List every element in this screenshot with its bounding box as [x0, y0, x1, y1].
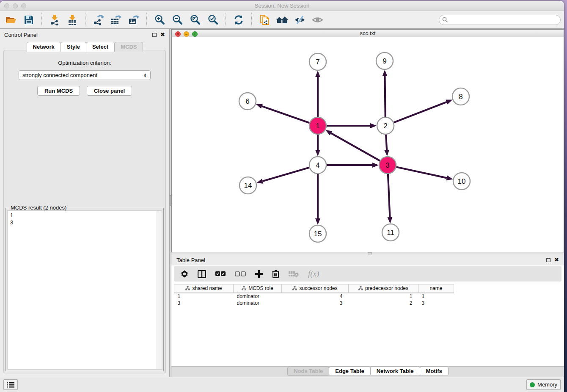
save-session-icon[interactable]: [21, 13, 36, 27]
export-table-icon[interactable]: [108, 13, 124, 27]
table-cell[interactable]: 3: [418, 300, 454, 306]
share-network-icon[interactable]: [257, 13, 272, 27]
table-cell[interactable]: 1: [174, 293, 234, 300]
table-cell[interactable]: dominator: [234, 300, 282, 306]
function-builder-icon[interactable]: f(x): [308, 269, 319, 279]
column-header-shared-name[interactable]: shared name: [174, 284, 234, 293]
deselect-all-checkboxes-icon[interactable]: [235, 271, 246, 276]
delete-table-icon[interactable]: [289, 271, 299, 277]
zoom-in-icon[interactable]: [152, 13, 167, 27]
float-panel-icon[interactable]: [152, 33, 157, 37]
tab-mcds[interactable]: MCDS: [114, 42, 143, 52]
tab-node-table[interactable]: Node Table: [287, 367, 329, 376]
float-panel-icon[interactable]: [546, 258, 550, 262]
network-maximize-icon[interactable]: +: [192, 31, 198, 37]
table-row[interactable]: 3dominator323: [174, 300, 454, 306]
table-cell[interactable]: 4: [282, 293, 349, 300]
network-minimize-icon[interactable]: −: [184, 31, 189, 37]
toolbar-separator: [146, 13, 147, 27]
tab-style[interactable]: Style: [61, 42, 86, 52]
tab-select[interactable]: Select: [86, 42, 115, 52]
open-file-icon[interactable]: [3, 13, 19, 27]
control-panel-title: Control Panel: [4, 32, 38, 38]
close-panel-icon[interactable]: ✖: [554, 258, 559, 262]
svg-text:6: 6: [245, 97, 249, 105]
list-icon: [7, 382, 14, 388]
close-window-icon[interactable]: [4, 3, 9, 8]
edge-2-3[interactable]: [386, 134, 387, 150]
splitter-grip[interactable]: [170, 195, 171, 206]
graph-node-7[interactable]: 7: [309, 53, 326, 70]
maximize-window-icon[interactable]: [21, 3, 26, 8]
graph-node-10[interactable]: 10: [453, 173, 470, 190]
add-column-icon[interactable]: [255, 270, 263, 278]
home-icon[interactable]: [275, 13, 290, 27]
search-input[interactable]: [439, 15, 561, 25]
mcds-result-item[interactable]: 3: [10, 219, 159, 226]
toolbar-separator: [251, 13, 252, 27]
network-view-titlebar[interactable]: ✕ − + scc.txt: [172, 30, 564, 37]
graph-node-2[interactable]: 2: [377, 117, 394, 134]
network-canvas[interactable]: 7968124314101511: [172, 37, 564, 252]
split-columns-icon[interactable]: [198, 270, 206, 278]
tab-network[interactable]: Network: [27, 42, 61, 52]
graph-node-1[interactable]: 1: [309, 117, 326, 134]
table-row[interactable]: 1dominator411: [174, 293, 454, 300]
table-cell[interactable]: 3: [282, 300, 349, 306]
graph-node-11[interactable]: 11: [382, 224, 399, 241]
column-header-successor-nodes[interactable]: successor nodes: [282, 284, 349, 293]
mcds-result-scrollbar[interactable]: [157, 211, 162, 369]
tab-motifs[interactable]: Motifs: [420, 367, 449, 376]
graph-node-8[interactable]: 8: [452, 88, 469, 105]
edge-4-14[interactable]: [263, 168, 310, 181]
table-toolbar: f(x): [174, 266, 561, 282]
close-panel-icon[interactable]: ✖: [160, 33, 165, 37]
edge-2-8[interactable]: [394, 102, 447, 123]
zoom-out-icon[interactable]: [170, 13, 185, 27]
zoom-fit-icon[interactable]: [187, 13, 203, 27]
memory-button[interactable]: Memory: [526, 379, 561, 390]
edge-2-9[interactable]: [385, 76, 385, 117]
table-cell[interactable]: 1: [418, 293, 454, 300]
mcds-result-item[interactable]: 1: [10, 212, 159, 219]
import-table-icon[interactable]: [65, 13, 80, 27]
export-network-icon[interactable]: [91, 13, 106, 27]
export-image-icon[interactable]: [126, 13, 141, 27]
run-mcds-button[interactable]: Run MCDS: [37, 86, 80, 96]
optimization-criterion-select[interactable]: strongly connected component ▲▼: [19, 70, 151, 80]
graph-node-3[interactable]: 3: [379, 157, 396, 174]
edge-1-6[interactable]: [262, 106, 310, 123]
graph-node-9[interactable]: 9: [376, 52, 393, 69]
gear-icon[interactable]: [181, 270, 188, 278]
show-panels-button[interactable]: [3, 379, 18, 390]
select-all-checkboxes-icon[interactable]: [215, 271, 226, 276]
table-cell[interactable]: 3: [174, 300, 234, 306]
zoom-selected-icon[interactable]: [205, 13, 220, 27]
table-cell[interactable]: dominator: [234, 293, 282, 300]
close-panel-button[interactable]: Close panel: [87, 86, 132, 96]
graph-node-14[interactable]: 14: [239, 177, 256, 194]
control-panel: Control Panel ✖ Network Style Select MCD…: [0, 29, 169, 377]
graph-node-4[interactable]: 4: [309, 157, 326, 174]
import-network-icon[interactable]: [47, 13, 62, 27]
refresh-icon[interactable]: [231, 13, 246, 27]
search-container: [439, 15, 561, 25]
column-header-MCDS-role[interactable]: MCDS role: [234, 284, 282, 293]
edge-3-1[interactable]: [331, 133, 380, 161]
edge-3-10[interactable]: [396, 167, 447, 178]
minimize-window-icon[interactable]: [13, 3, 18, 8]
tab-edge-table[interactable]: Edge Table: [329, 367, 370, 376]
edge-3-11[interactable]: [388, 174, 390, 217]
mcds-result-list[interactable]: 13: [7, 210, 162, 370]
network-close-icon[interactable]: ✕: [175, 31, 181, 37]
graph-node-15[interactable]: 15: [309, 225, 326, 242]
graph-node-6[interactable]: 6: [239, 93, 256, 110]
hide-eye-icon[interactable]: [292, 13, 308, 27]
table-cell[interactable]: 2: [349, 300, 418, 306]
column-header-predecessor-nodes[interactable]: predecessor nodes: [349, 284, 418, 293]
show-eye-icon[interactable]: [310, 13, 325, 27]
table-cell[interactable]: 1: [349, 293, 418, 300]
delete-column-icon[interactable]: [272, 270, 279, 278]
tab-network-table[interactable]: Network Table: [370, 367, 420, 376]
column-header-name[interactable]: name: [418, 284, 454, 293]
